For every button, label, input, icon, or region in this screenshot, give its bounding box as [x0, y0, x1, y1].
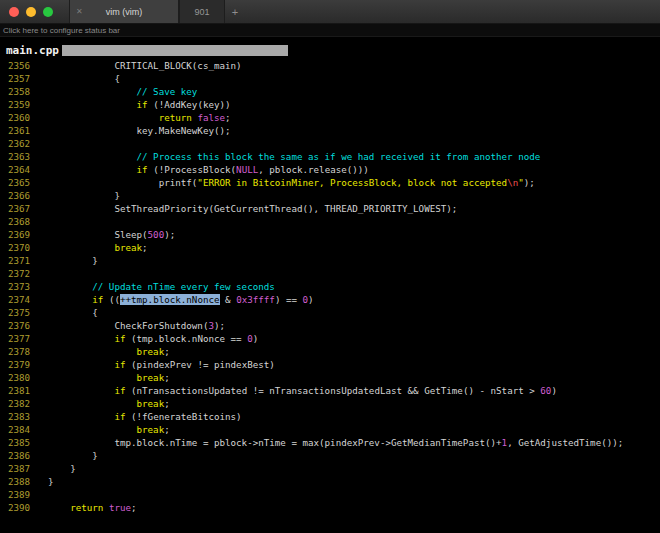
line-number: 2389 — [8, 488, 48, 501]
code-token: if — [114, 411, 125, 422]
code-token: key.MakeNewKey(); — [48, 125, 231, 136]
code-token: (nTransactionsUpdated != nTransactionsUp… — [125, 385, 540, 396]
code-token: NULL — [236, 164, 258, 175]
code-line[interactable]: 2368 — [0, 215, 660, 228]
close-window-button[interactable] — [9, 7, 19, 17]
code-line[interactable]: 2358 // Save key — [0, 85, 660, 98]
code-token: & — [220, 294, 237, 305]
code-token: ) — [308, 294, 314, 305]
code-line[interactable]: 2378 break; — [0, 345, 660, 358]
code-line[interactable]: 2366 } — [0, 189, 660, 202]
code-token: (( — [103, 294, 120, 305]
code-line[interactable]: 2372 — [0, 267, 660, 280]
code-token: ); — [524, 177, 535, 188]
code-line[interactable]: 2385 tmp.block.nTime = pblock->nTime = m… — [0, 436, 660, 449]
code-token — [48, 112, 159, 123]
code-line[interactable]: 2364 if (!ProcessBlock(NULL, pblock.rele… — [0, 163, 660, 176]
code-token: break — [137, 424, 165, 435]
line-number: 2378 — [8, 345, 48, 358]
code-token: (!fGenerateBitcoins) — [125, 411, 241, 422]
window-titlebar[interactable]: ✕ vim (vim) 901 + — [0, 0, 660, 24]
code-token: ); — [214, 320, 225, 331]
code-line[interactable]: 2386 } — [0, 449, 660, 462]
code-line[interactable]: 2361 key.MakeNewKey(); — [0, 124, 660, 137]
line-number: 2363 — [8, 150, 48, 163]
line-number: 2382 — [8, 397, 48, 410]
code-token: } — [48, 476, 54, 487]
line-number: 2358 — [8, 85, 48, 98]
code-line[interactable]: 2359 if (!AddKey(key)) — [0, 98, 660, 111]
code-token: break — [137, 372, 165, 383]
code-token: printf( — [48, 177, 197, 188]
code-line[interactable]: 2369 Sleep(500); — [0, 228, 660, 241]
tab-vim[interactable]: ✕ vim (vim) — [69, 0, 179, 23]
code-token: ; — [142, 242, 148, 253]
line-number: 2373 — [8, 280, 48, 293]
statusbar-config-hint[interactable]: Click here to configure status bar — [0, 24, 660, 37]
code-token — [48, 86, 137, 97]
code-token: } — [48, 450, 98, 461]
code-line[interactable]: 2367 SetThreadPriority(GetCurrentThread(… — [0, 202, 660, 215]
code-token: "ERROR in BitcoinMiner, ProcessBlock, bl… — [197, 177, 507, 188]
code-line[interactable]: 2390 return true; — [0, 501, 660, 514]
code-token: } — [48, 190, 120, 201]
code-token: ; — [131, 502, 137, 513]
code-line[interactable]: 2382 break; — [0, 397, 660, 410]
code-line[interactable]: 2374 if ((++tmp.block.nNonce & 0x3ffff) … — [0, 293, 660, 306]
code-line[interactable]: 2360 return false; — [0, 111, 660, 124]
code-line[interactable]: 2363 // Process this block the same as i… — [0, 150, 660, 163]
code-token: { — [48, 73, 120, 84]
code-token — [48, 281, 92, 292]
code-token: ; — [225, 112, 231, 123]
line-number: 2375 — [8, 306, 48, 319]
tab-901[interactable]: 901 — [179, 0, 225, 23]
code-line[interactable]: 2371 } — [0, 254, 660, 267]
code-token: ; — [164, 398, 170, 409]
new-tab-button[interactable]: + — [225, 0, 245, 23]
code-token: 500 — [148, 229, 165, 240]
search-highlight: ++tmp.block.nNonce — [120, 294, 220, 305]
code-token — [48, 242, 114, 253]
code-line[interactable]: 2362 — [0, 137, 660, 150]
code-token — [48, 164, 137, 175]
minimize-window-button[interactable] — [26, 7, 36, 17]
code-token: if — [137, 164, 148, 175]
code-line[interactable]: 2377 if (tmp.block.nNonce == 0) — [0, 332, 660, 345]
tab-bar: ✕ vim (vim) 901 + — [69, 0, 245, 23]
traffic-lights — [0, 7, 53, 17]
line-number: 2370 — [8, 241, 48, 254]
code-token: } — [48, 463, 76, 474]
line-number: 2362 — [8, 137, 48, 150]
code-line[interactable]: 2376 CheckForShutdown(3); — [0, 319, 660, 332]
code-line[interactable]: 2356 CRITICAL_BLOCK(cs_main) — [0, 59, 660, 72]
code-line[interactable]: 2373 // Update nTime every few seconds — [0, 280, 660, 293]
line-number: 2371 — [8, 254, 48, 267]
code-token: break — [137, 398, 165, 409]
code-token — [48, 385, 114, 396]
code-token: tmp.block.nTime = pblock->nTime = max(pi… — [48, 437, 502, 448]
code-area[interactable]: 2356 CRITICAL_BLOCK(cs_main)2357 {2358 /… — [0, 59, 660, 514]
code-token: if — [114, 333, 125, 344]
code-token: SetThreadPriority(GetCurrentThread(), TH… — [48, 203, 457, 214]
code-line[interactable]: 2365 printf("ERROR in BitcoinMiner, Proc… — [0, 176, 660, 189]
code-line[interactable]: 2381 if (nTransactionsUpdated != nTransa… — [0, 384, 660, 397]
code-line[interactable]: 2379 if (pindexPrev != pindexBest) — [0, 358, 660, 371]
code-line[interactable]: 2357 { — [0, 72, 660, 85]
code-line[interactable]: 2370 break; — [0, 241, 660, 254]
code-line[interactable]: 2388} — [0, 475, 660, 488]
tab-close-icon[interactable]: ✕ — [76, 7, 83, 16]
code-token: ); — [164, 229, 175, 240]
code-line[interactable]: 2380 break; — [0, 371, 660, 384]
zoom-window-button[interactable] — [43, 7, 53, 17]
code-line[interactable]: 2387 } — [0, 462, 660, 475]
code-line[interactable]: 2384 break; — [0, 423, 660, 436]
line-number: 2383 — [8, 410, 48, 423]
code-line[interactable]: 2389 — [0, 488, 660, 501]
buffer-filename[interactable]: main.cpp — [0, 44, 59, 57]
code-line[interactable]: 2383 if (!fGenerateBitcoins) — [0, 410, 660, 423]
code-line[interactable]: 2375 { — [0, 306, 660, 319]
vim-tabline: main.cpp — [0, 42, 660, 59]
code-token: if — [137, 99, 148, 110]
line-number: 2366 — [8, 189, 48, 202]
code-token: return — [159, 112, 192, 123]
